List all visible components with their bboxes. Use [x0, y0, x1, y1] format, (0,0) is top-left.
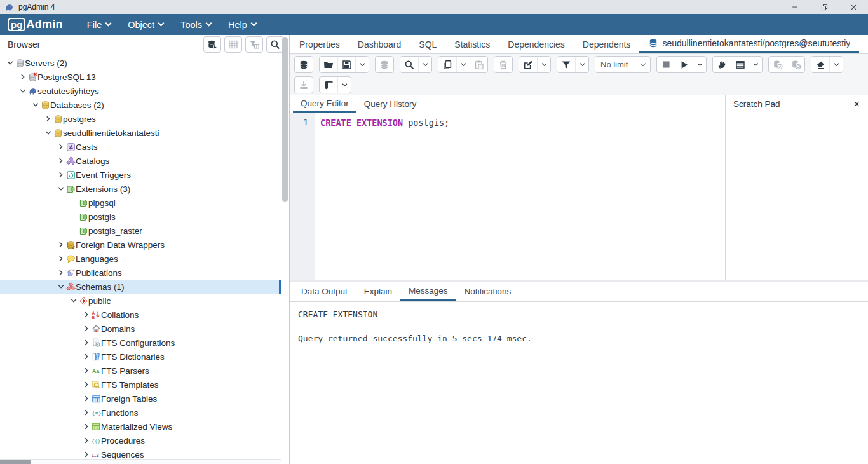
tree-item-postgis-raster[interactable]: postgis_raster: [0, 224, 281, 238]
tree-item-procedures[interactable]: {()}Procedures: [0, 433, 281, 447]
tree-item-schemas-1[interactable]: Schemas (1): [0, 280, 281, 294]
tab-notifications[interactable]: Notifications: [456, 282, 520, 301]
chevron-right-icon[interactable]: [81, 379, 92, 390]
sql-code-line[interactable]: CREATE EXTENSION postgis;: [315, 113, 449, 280]
clear-button[interactable]: [811, 57, 829, 72]
chevron-right-icon[interactable]: [81, 310, 92, 320]
close-button[interactable]: [839, 0, 868, 14]
tree-item-domains[interactable]: Domains: [0, 322, 281, 336]
tab-explain[interactable]: Explain: [356, 282, 400, 301]
copy-options-button[interactable]: [456, 57, 470, 72]
minimize-button[interactable]: [780, 0, 810, 14]
tree-item-foreign-data-wrappers[interactable]: Foreign Data Wrappers: [0, 238, 281, 252]
tab-data-output[interactable]: Data Output: [293, 282, 356, 301]
tree-item-extensions-3[interactable]: Extensions (3): [0, 182, 281, 196]
menu-object[interactable]: Object: [128, 20, 163, 30]
chevron-right-icon[interactable]: [56, 240, 66, 250]
tab-sql[interactable]: SQL: [410, 35, 445, 53]
tree-hscroll-thumb[interactable]: [0, 460, 31, 464]
tab-dependencies[interactable]: Dependencies: [499, 35, 574, 53]
save-file-button[interactable]: [337, 57, 355, 72]
chevron-right-icon[interactable]: [81, 407, 92, 418]
tree-item-casts[interactable]: Casts: [0, 140, 281, 154]
chevron-right-icon[interactable]: [56, 254, 66, 264]
chevron-right-icon[interactable]: [56, 170, 66, 180]
tree-item-postgres[interactable]: postgres: [0, 112, 281, 126]
tree-vertical-scrollbar[interactable]: [281, 35, 288, 464]
macro-options-button[interactable]: [337, 77, 351, 93]
chevron-right-icon[interactable]: [18, 72, 28, 82]
chevron-right-icon[interactable]: [56, 156, 66, 166]
chevron-right-icon[interactable]: [81, 365, 92, 376]
tab-query-editor[interactable]: Query Editor: [293, 95, 356, 113]
tree-item-seudullinentietokantatesti[interactable]: seudullinentietokantatesti: [0, 126, 281, 140]
tree-vscroll-thumb[interactable]: [282, 37, 288, 202]
restore-button[interactable]: [810, 0, 839, 14]
tree-item-databases-2[interactable]: Databases (2): [0, 98, 281, 112]
chevron-down-icon[interactable]: [18, 86, 28, 96]
tab-dashboard[interactable]: Dashboard: [349, 35, 410, 53]
chevron-right-icon[interactable]: [81, 435, 92, 446]
scratch-pad-textarea[interactable]: [726, 113, 868, 280]
tab-dependents[interactable]: Dependents: [574, 35, 640, 53]
load-browser-state-button[interactable]: [203, 36, 221, 53]
chevron-down-icon[interactable]: [31, 100, 41, 110]
chevron-right-icon[interactable]: [81, 421, 92, 432]
clear-options-button[interactable]: [829, 57, 843, 72]
edit-options-button[interactable]: [537, 57, 550, 72]
chevron-right-icon[interactable]: [56, 142, 66, 152]
tree-item-collations[interactable]: ABCollations: [0, 308, 281, 322]
save-options-button[interactable]: [355, 57, 369, 72]
tree-item-fts-configurations[interactable]: FTS Configurations: [0, 336, 281, 350]
edit-button[interactable]: [519, 57, 537, 72]
tree-item-event-triggers[interactable]: Event Triggers: [0, 168, 281, 182]
chevron-right-icon[interactable]: [43, 114, 53, 124]
find-button[interactable]: [400, 57, 418, 72]
execute-options-button[interactable]: [693, 57, 706, 72]
tab-properties[interactable]: Properties: [290, 35, 349, 53]
tree-item-languages[interactable]: Languages: [0, 252, 281, 266]
find-options-button[interactable]: [418, 57, 431, 72]
tree-item-servers-2[interactable]: Servers (2): [0, 56, 281, 70]
chevron-right-icon[interactable]: [81, 393, 92, 404]
tree-item-postgresql-13[interactable]: PostgreSQL 13: [0, 70, 281, 84]
copy-button[interactable]: [438, 57, 456, 72]
tab-query-history[interactable]: Query History: [356, 95, 424, 113]
chevron-down-icon[interactable]: [56, 184, 66, 194]
chevron-right-icon[interactable]: [81, 449, 92, 460]
chevron-down-icon[interactable]: [69, 296, 79, 306]
tab-query-tool-active[interactable]: seudullinentietokantatesti/postgres@seut…: [639, 35, 859, 53]
tree-item-public[interactable]: public: [0, 294, 281, 308]
tab-messages[interactable]: Messages: [400, 282, 456, 301]
chevron-right-icon[interactable]: [81, 351, 92, 362]
tree-item-functions[interactable]: {≡}Functions: [0, 406, 281, 420]
chevron-down-icon[interactable]: [5, 58, 15, 68]
tree-item-fts-templates[interactable]: FTS Templates: [0, 378, 281, 392]
tree-item-postgis[interactable]: postgis: [0, 210, 281, 224]
explain-button[interactable]: [713, 57, 731, 72]
chevron-right-icon[interactable]: [56, 268, 66, 278]
explain-analyze-button[interactable]: [731, 57, 749, 72]
menu-tools[interactable]: Tools: [180, 20, 211, 30]
tab-statistics[interactable]: Statistics: [445, 35, 499, 53]
execute-button[interactable]: [675, 57, 693, 72]
menu-file[interactable]: File: [87, 20, 111, 30]
filter-button[interactable]: [557, 57, 575, 72]
open-file-button[interactable]: [320, 57, 337, 72]
tree-item-publications[interactable]: Publications: [0, 266, 281, 280]
explain-options-button[interactable]: [749, 57, 762, 72]
row-limit-select[interactable]: No limit: [595, 56, 651, 73]
filter-options-button[interactable]: [575, 57, 588, 72]
tree-item-catalogs[interactable]: Catalogs: [0, 154, 281, 168]
menu-help[interactable]: Help: [228, 20, 256, 30]
macros-button[interactable]: [320, 77, 337, 93]
chevron-down-icon[interactable]: [43, 128, 53, 138]
tree-horizontal-scrollbar[interactable]: [0, 459, 281, 464]
chevron-right-icon[interactable]: [81, 324, 92, 334]
tree-item-fts-dictionaries[interactable]: FTS Dictionaries: [0, 350, 281, 364]
sql-editor[interactable]: 1 CREATE EXTENSION postgis;: [290, 113, 725, 280]
tree-item-seututestiyhteys[interactable]: seututestiyhteys: [0, 84, 281, 98]
open-query-tool-button[interactable]: [295, 57, 313, 72]
tree-item-plpgsql[interactable]: plpgsql: [0, 196, 281, 210]
chevron-right-icon[interactable]: [81, 338, 92, 348]
